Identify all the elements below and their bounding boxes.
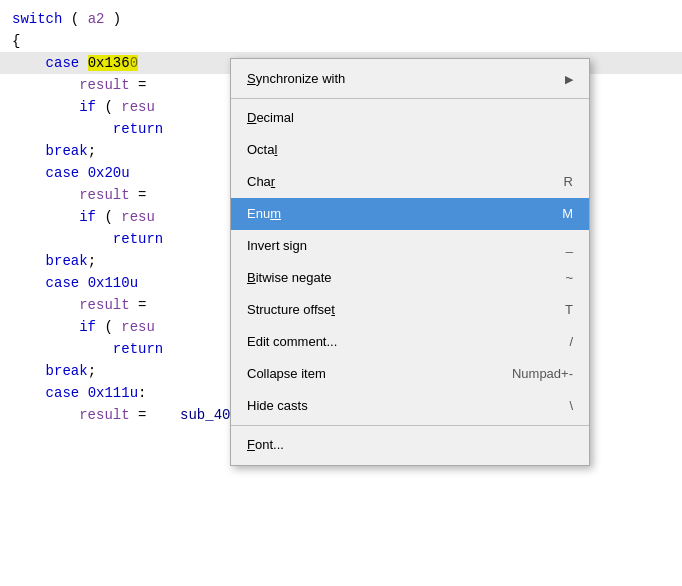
code-line: switch ( a2 ) [0, 8, 682, 30]
menu-item-label: Collapse item [247, 363, 480, 385]
menu-item-hide-casts[interactable]: Hide casts \ [231, 390, 589, 422]
menu-item-shortcut: \ [569, 395, 573, 417]
menu-item-enum[interactable]: Enum M [231, 198, 589, 230]
menu-item-synchronize-with[interactable]: Synchronize with ▶ [231, 63, 589, 95]
menu-item-label: Bitwise negate [247, 267, 533, 289]
menu-item-edit-comment[interactable]: Edit comment... / [231, 326, 589, 358]
menu-item-char[interactable]: Char R [231, 166, 589, 198]
menu-item-octal[interactable]: Octal [231, 134, 589, 166]
menu-item-label: Font... [247, 434, 541, 456]
menu-item-bitwise-negate[interactable]: Bitwise negate ~ [231, 262, 589, 294]
menu-item-shortcut: ~ [565, 267, 573, 289]
menu-item-collapse-item[interactable]: Collapse item Numpad+- [231, 358, 589, 390]
submenu-arrow-icon: ▶ [565, 68, 573, 90]
menu-item-shortcut: R [564, 171, 573, 193]
menu-separator [231, 98, 589, 99]
menu-item-label: Char [247, 171, 532, 193]
menu-item-label: Hide casts [247, 395, 537, 417]
code-line: { [0, 30, 682, 52]
code-editor: switch ( a2 ) { case 0x1360 result = if … [0, 0, 682, 586]
menu-item-shortcut: Numpad+- [512, 363, 573, 385]
menu-item-structure-offset[interactable]: Structure offset T [231, 294, 589, 326]
menu-item-label: Invert sign [247, 235, 534, 257]
menu-item-shortcut: T [565, 299, 573, 321]
menu-separator [231, 425, 589, 426]
menu-item-shortcut: / [569, 331, 573, 353]
context-menu: Synchronize with ▶ Decimal Octal Char R … [230, 58, 590, 466]
menu-item-invert-sign[interactable]: Invert sign _ [231, 230, 589, 262]
menu-item-font[interactable]: Font... [231, 429, 589, 461]
menu-item-shortcut: M [562, 203, 573, 225]
menu-item-label: Octal [247, 139, 541, 161]
menu-item-label: Enum [247, 203, 530, 225]
menu-item-shortcut: _ [566, 235, 573, 257]
menu-item-label: Synchronize with [247, 68, 557, 90]
menu-item-label: Decimal [247, 107, 541, 129]
menu-item-decimal[interactable]: Decimal [231, 102, 589, 134]
menu-item-label: Edit comment... [247, 331, 537, 353]
menu-item-label: Structure offset [247, 299, 533, 321]
